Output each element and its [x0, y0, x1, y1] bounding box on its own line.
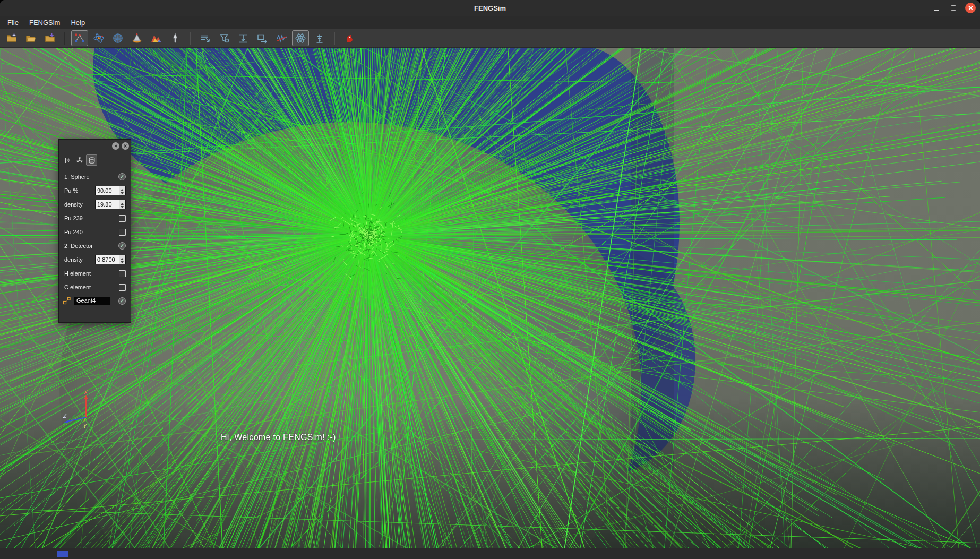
cone-primitive-button[interactable] [128, 30, 145, 46]
menu-fengsim[interactable]: FENGSim [24, 18, 66, 28]
materials-tab-icon [88, 157, 96, 164]
detector-enabled-check[interactable]: ✓ [118, 242, 126, 250]
maximize-button[interactable] [948, 3, 959, 13]
geant4-node-icon [63, 297, 71, 305]
open-folder-icon [25, 32, 37, 44]
particle-tracks-canvas[interactable] [0, 48, 980, 548]
atom-orbit-icon [93, 32, 105, 44]
c-element-row: C element [59, 280, 131, 294]
tab-materials[interactable] [86, 154, 97, 166]
arrow-up-button[interactable] [167, 30, 184, 46]
axis-z-label: Z [63, 412, 67, 419]
layers-export-button[interactable] [196, 30, 213, 46]
press-down-button[interactable] [235, 30, 252, 46]
menu-file[interactable]: File [2, 18, 24, 28]
window-controls [931, 0, 976, 16]
sphere-section-label: 1. Sphere [64, 174, 90, 180]
spin-up-button[interactable] [119, 186, 125, 191]
pu239-label: Pu 239 [64, 215, 83, 221]
new-project-button[interactable] [3, 30, 20, 46]
spinbox-steppers [119, 200, 125, 209]
window-export-icon [256, 32, 268, 44]
pu240-checkbox[interactable] [119, 229, 126, 236]
spin-down-button[interactable] [119, 260, 125, 264]
axis-x-label: X [83, 390, 88, 395]
detector-section-label: 2. Detector [64, 243, 93, 249]
tab-signal[interactable] [62, 154, 73, 166]
spin-up-button[interactable] [119, 255, 125, 260]
spectrum-icon [150, 32, 162, 44]
spectrum-button[interactable] [148, 30, 165, 46]
welcome-message: Hi, Welcome to FENGSim! :-) [221, 433, 336, 442]
funnel-filter-icon [218, 32, 230, 44]
close-button[interactable] [965, 3, 976, 13]
check-glyph: ✓ [120, 298, 124, 304]
spinbox-value: 19.80 [96, 200, 119, 209]
waveform-icon [276, 32, 287, 44]
run-button[interactable] [341, 30, 358, 46]
titlebar: FENGSim [0, 0, 980, 16]
panel-header [59, 140, 131, 152]
sphere-density-row: density 19.80 [59, 197, 131, 211]
mesh-sphere-button[interactable] [109, 30, 126, 46]
pu240-row: Pu 240 [59, 225, 131, 239]
geant4-name-input[interactable]: Geant4 [74, 297, 110, 305]
cone-primitive-icon [131, 32, 143, 44]
geant4-row: Geant4 ✓ [59, 294, 131, 308]
spin-down-button[interactable] [119, 204, 125, 209]
open-project-button[interactable] [22, 30, 39, 46]
geant4-enabled-check[interactable]: ✓ [118, 297, 126, 305]
fengsim-window: FENGSim File FENGSim Help [0, 0, 980, 559]
radiation-tab-icon [76, 157, 83, 164]
window-title: FENGSim [474, 4, 506, 12]
status-indicator [57, 551, 68, 557]
panel-undock-button[interactable] [112, 142, 119, 150]
check-glyph: ✓ [120, 243, 124, 248]
check-glyph: ✓ [120, 174, 124, 179]
tab-radiation[interactable] [74, 154, 85, 166]
toolbar-separator [334, 32, 335, 45]
detector-density-spinbox[interactable]: 0.8700 [95, 255, 126, 264]
pu-percent-row: Pu % 90.00 [59, 184, 131, 197]
layers-export-icon [199, 32, 211, 44]
save-project-button[interactable] [41, 30, 58, 46]
spinbox-steppers [119, 186, 125, 195]
spin-up-button[interactable] [119, 200, 125, 204]
sphere-density-label: density [64, 201, 83, 208]
geometry-points-button[interactable] [71, 30, 88, 46]
pu240-label: Pu 240 [64, 229, 83, 235]
h-element-checkbox[interactable] [119, 270, 126, 277]
panel-close-button[interactable] [122, 142, 129, 150]
pu-percent-spinbox[interactable]: 90.00 [95, 186, 126, 195]
detector-section-row: 2. Detector ✓ [59, 239, 131, 253]
panel-rows: 1. Sphere ✓ Pu % 90.00 density 19.80 [59, 166, 131, 308]
panel-tabs [59, 152, 131, 166]
pu239-checkbox[interactable] [119, 215, 126, 222]
spinbox-steppers [119, 255, 125, 264]
minimize-button[interactable] [931, 3, 942, 13]
antenna-probe-button[interactable] [311, 30, 328, 46]
atom-orbit-button[interactable] [90, 30, 107, 46]
pu-percent-label: Pu % [64, 187, 78, 194]
menubar: File FENGSim Help [0, 16, 980, 29]
statusbar [0, 548, 980, 559]
sphere-density-spinbox[interactable]: 19.80 [95, 200, 126, 209]
geometry-points-icon [74, 32, 85, 44]
menu-help[interactable]: Help [65, 18, 90, 28]
arrow-up-icon [169, 32, 181, 44]
window-export-button[interactable] [254, 30, 271, 46]
press-down-icon [237, 32, 249, 44]
sphere-enabled-check[interactable]: ✓ [118, 173, 126, 180]
toolbar-separator [64, 32, 65, 45]
detector-density-row: density 0.8700 [59, 253, 131, 266]
funnel-filter-button[interactable] [216, 30, 233, 46]
toolbar-separator [190, 32, 191, 45]
waveform-button[interactable] [273, 30, 290, 46]
run-red-icon [343, 32, 355, 44]
spin-down-button[interactable] [119, 191, 125, 195]
c-element-checkbox[interactable] [119, 284, 126, 291]
axes-gizmo: X Y Z [56, 390, 99, 432]
spinbox-value: 0.8700 [96, 255, 119, 264]
sphere-section-row: 1. Sphere ✓ [59, 170, 131, 184]
particle-physics-button[interactable] [292, 30, 309, 46]
